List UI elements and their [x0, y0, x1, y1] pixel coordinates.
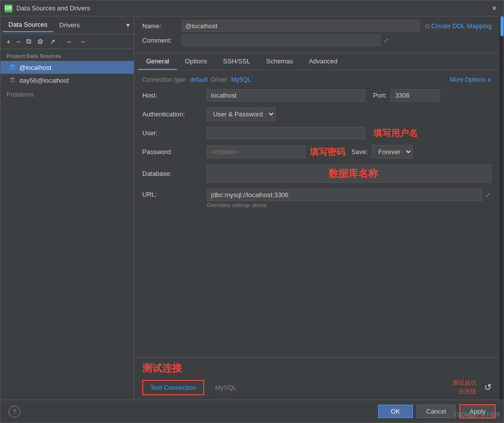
- user-label: User:: [142, 129, 207, 137]
- scroll-thumb: [501, 16, 504, 36]
- name-row: Name: ⊙ Create DDL Mapping: [142, 20, 492, 32]
- watermark: CSDN@iT小卜520: [454, 411, 500, 419]
- name-input[interactable]: [182, 20, 420, 32]
- export-button[interactable]: ↗: [48, 37, 57, 47]
- user-row: User: 填写用户名: [142, 127, 492, 139]
- forward-button[interactable]: →: [77, 37, 88, 47]
- url-row: URL: ⤢ Overrides settings above: [142, 189, 492, 208]
- form-area: Connection type: default Driver: MySQL M…: [134, 70, 500, 357]
- password-input[interactable]: [207, 146, 306, 158]
- item-day56-label: day56@localhost: [19, 77, 69, 84]
- sidebar-item-day56[interactable]: day56@localhost: [0, 74, 134, 87]
- app-icon: DB: [4, 4, 12, 12]
- url-input-row: ⤢: [207, 189, 492, 201]
- remove-button[interactable]: −: [14, 37, 22, 47]
- url-input[interactable]: [207, 189, 482, 201]
- driver-label: Driver:: [211, 76, 228, 83]
- name-label: Name:: [142, 22, 182, 30]
- tab-bar: General Options SSH/SSL Schemas Advanced: [134, 53, 500, 70]
- test-connection-button[interactable]: Test Connection: [142, 380, 204, 395]
- tab-options[interactable]: Options: [177, 53, 215, 70]
- save-label: Save:: [351, 148, 368, 156]
- database-label: Database:: [142, 170, 207, 177]
- test-connection-label: 测试连接: [142, 362, 492, 375]
- problems-section[interactable]: Problems: [0, 87, 134, 102]
- url-expand-button[interactable]: ⤢: [484, 190, 492, 200]
- bottom-area: 测试连接 Test Connection MySQL 测试成功在连接 ↺: [134, 357, 500, 400]
- sidebar-toolbar: + − ⧉ ⚙ ↗ ← →: [0, 34, 134, 49]
- auth-row: Authentication: User & Password: [142, 107, 492, 121]
- conn-type-value[interactable]: default: [190, 76, 208, 83]
- overrides-text: Overrides settings above: [207, 202, 492, 208]
- database-field: 数据库名称: [207, 164, 492, 183]
- password-annotation: 填写密码: [310, 146, 345, 158]
- comment-expand-button[interactable]: ⤢: [383, 36, 390, 45]
- settings-button[interactable]: ⚙: [35, 37, 46, 47]
- name-field-group: ⊙: [182, 20, 431, 32]
- tab-drivers[interactable]: Drivers: [54, 18, 86, 32]
- database-annotation: 数据库名称: [329, 167, 378, 180]
- user-annotation: 填写用户名: [373, 127, 418, 139]
- database-row: Database: 数据库名称: [142, 164, 492, 183]
- sidebar-item-localhost[interactable]: @localhost: [0, 61, 134, 74]
- save-select[interactable]: Forever: [372, 145, 413, 159]
- more-options-link[interactable]: More Options ∨: [450, 76, 492, 83]
- datasource-icon-2: [8, 76, 16, 84]
- url-label: URL:: [142, 189, 207, 198]
- success-note: 测试成功在连接: [452, 379, 476, 396]
- tab-general[interactable]: General: [138, 53, 177, 70]
- sidebar-tab-dropdown[interactable]: ▾: [124, 19, 132, 31]
- dialog-title: Data Sources and Drivers: [16, 4, 489, 12]
- cancel-button[interactable]: Cancel: [417, 405, 455, 418]
- tab-schemas[interactable]: Schemas: [258, 53, 301, 70]
- user-input[interactable]: [207, 127, 365, 139]
- host-row: Host: Port:: [142, 89, 492, 102]
- connection-type-row: Connection type: default Driver: MySQL M…: [142, 76, 492, 83]
- create-ddl-link[interactable]: Create DDL Mapping: [431, 22, 492, 30]
- dialog-footer: ? OK Cancel Apply: [0, 400, 504, 423]
- title-bar: DB Data Sources and Drivers ×: [0, 0, 504, 16]
- close-button[interactable]: ×: [489, 3, 500, 14]
- comment-label: Comment:: [142, 37, 182, 44]
- sidebar-tab-bar: Data Sources Drivers ▾: [0, 16, 134, 34]
- tab-sshssl[interactable]: SSH/SSL: [215, 53, 258, 70]
- auth-label: Authentication:: [142, 110, 207, 118]
- help-button[interactable]: ?: [8, 406, 20, 418]
- password-row: Password: 填写密码 Save: Forever: [142, 145, 492, 159]
- bottom-right: 测试成功在连接 ↺: [452, 379, 492, 396]
- copy-button[interactable]: ⧉: [24, 36, 33, 47]
- comment-input[interactable]: [182, 35, 381, 46]
- section-title: Project Data Sources: [0, 49, 134, 61]
- bottom-tabs: Test Connection MySQL 测试成功在连接 ↺: [142, 379, 492, 396]
- ok-button[interactable]: OK: [378, 405, 413, 418]
- back-button[interactable]: ←: [64, 37, 75, 47]
- mysql-tab-button[interactable]: MySQL: [208, 381, 243, 394]
- datasources-dialog: DB Data Sources and Drivers × Data Sourc…: [0, 0, 504, 423]
- item-localhost-label: @localhost: [19, 64, 52, 71]
- connection-header: Name: ⊙ Create DDL Mapping Comment: ⤢: [134, 16, 500, 53]
- right-panel: Name: ⊙ Create DDL Mapping Comment: ⤢: [134, 16, 500, 400]
- password-label: Password:: [142, 148, 207, 156]
- toolbar-separator: [60, 38, 61, 46]
- sidebar: Data Sources Drivers ▾ + − ⧉ ⚙ ↗ ← → Pro…: [0, 16, 134, 400]
- name-expand-button[interactable]: ⊙: [424, 21, 431, 31]
- port-label: Port:: [373, 92, 387, 99]
- host-label: Host:: [142, 92, 207, 99]
- comment-row: Comment: ⤢: [142, 35, 492, 46]
- main-content: Data Sources Drivers ▾ + − ⧉ ⚙ ↗ ← → Pro…: [0, 16, 504, 400]
- driver-value[interactable]: MySQL: [231, 76, 251, 83]
- tab-datasources[interactable]: Data Sources: [2, 18, 54, 32]
- auth-select[interactable]: User & Password: [207, 107, 276, 121]
- add-button[interactable]: +: [4, 37, 12, 47]
- undo-button[interactable]: ↺: [484, 382, 492, 393]
- datasource-icon: [8, 63, 16, 71]
- scrollbar[interactable]: [500, 16, 504, 400]
- url-field-group: ⤢ Overrides settings above: [207, 189, 492, 208]
- port-input[interactable]: [391, 89, 440, 102]
- tab-advanced[interactable]: Advanced: [301, 53, 345, 70]
- conn-type-label: Connection type:: [142, 76, 187, 83]
- comment-field-group: ⤢: [182, 35, 390, 46]
- host-input[interactable]: [207, 89, 365, 102]
